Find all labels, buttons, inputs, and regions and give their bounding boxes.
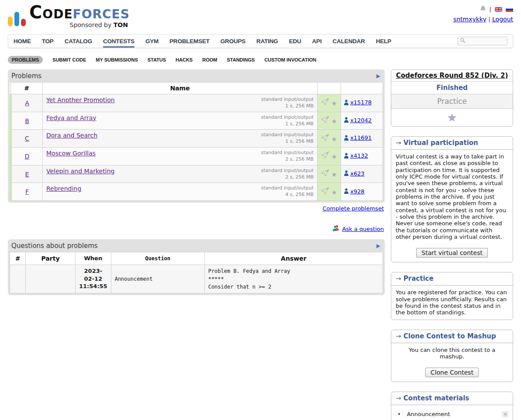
subnav-my-submissions[interactable]: MY SUBMISSIONS (96, 57, 138, 62)
favorite-star-icon[interactable]: ★ (331, 153, 337, 161)
solved-count-link[interactable]: x4132 (344, 152, 368, 159)
logout-link[interactable]: Logout (492, 16, 513, 23)
submit-plane-icon[interactable] (321, 135, 329, 142)
solved-count-link[interactable]: x928 (344, 188, 365, 195)
problem-row: A standard input/output1 s, 256 MB Yet A… (11, 94, 383, 112)
ask-question-link[interactable]: Ask a question (342, 226, 384, 232)
subnav-problems[interactable]: PROBLEMS (8, 56, 43, 64)
question-answer: Problem B. Fedya and Array ***** Conside… (204, 265, 383, 293)
clone-contest-button[interactable]: Clone Contest (425, 368, 479, 377)
nav-item-help[interactable]: HELP (376, 35, 391, 48)
problems-header-row: # Name (11, 83, 383, 94)
problem-index-link[interactable]: C (25, 135, 29, 142)
favorite-star-icon[interactable]: ★ (331, 117, 337, 125)
practice-title: Practice (404, 275, 434, 282)
question-index (10, 265, 26, 293)
nav-item-calendar[interactable]: CALENDAR (332, 35, 365, 48)
subnav-hacks[interactable]: HACKS (176, 57, 193, 62)
header-separator: | (490, 6, 491, 13)
solved-count-link[interactable]: x12042 (344, 117, 372, 124)
user-separator: | (488, 16, 490, 23)
nav-item-edu[interactable]: EDU (289, 35, 301, 48)
problem-name-link[interactable]: Fedya and Array (46, 114, 97, 121)
material-item: • Announcement × (397, 408, 508, 420)
questions-caption: Questions about problems (11, 242, 98, 250)
logo-word-forces: forces (73, 2, 130, 22)
section-arrow-icon: → (396, 275, 401, 282)
favorite-star-icon[interactable]: ★ (331, 135, 337, 143)
problem-index-link[interactable]: F (25, 188, 29, 195)
nav-item-gym[interactable]: GYM (145, 35, 159, 48)
favorite-star-icon[interactable]: ★ (331, 100, 337, 107)
virtual-text: Virtual contest is a way to take part in… (391, 150, 513, 244)
start-virtual-contest-button[interactable]: Start virtual contest (416, 248, 488, 258)
subnav-custom-invocation[interactable]: CUSTOM INVOCATION (264, 57, 316, 62)
uk-flag-icon[interactable] (495, 7, 502, 12)
col-q-when: When (76, 252, 111, 265)
subnav-status[interactable]: STATUS (148, 57, 166, 62)
ask-question-icon (332, 225, 340, 233)
favorite-star-icon[interactable]: ★ (331, 171, 337, 179)
search-input[interactable] (467, 38, 505, 45)
nav-item-problemset[interactable]: PROBLEMSET (169, 35, 210, 48)
problem-index-link[interactable]: E (25, 171, 29, 178)
problem-name-link[interactable]: Yet Another Promotion (46, 96, 115, 103)
codeforces-logo[interactable]: Codeforces Sponsored by TON (8, 3, 130, 28)
nav-item-api[interactable]: API (312, 35, 322, 48)
logo-bar-red (21, 19, 26, 26)
material-announcement-link[interactable]: Announcement (407, 411, 502, 417)
problem-name-link[interactable]: Velepin and Marketing (46, 168, 114, 175)
contest-favorite-star-icon[interactable]: ★ (447, 111, 457, 124)
problem-name-link[interactable]: Moscow Gorillas (46, 150, 96, 157)
questions-header-row: # Party When Question Answer (10, 252, 383, 265)
person-icon (344, 117, 349, 123)
ru-flag-icon[interactable] (506, 7, 513, 12)
solved-count-link[interactable]: x11691 (344, 134, 372, 141)
collapse-arrow-icon[interactable]: ▶ (376, 243, 380, 249)
problem-limits: standard input/output4 s, 256 MB (261, 185, 314, 198)
problem-index-link[interactable]: D (25, 153, 30, 160)
person-icon (344, 153, 349, 159)
contest-title-link[interactable]: Codeforces Round 852 (Div. 2) (396, 72, 508, 79)
username-link[interactable]: sntmxykky (453, 16, 486, 23)
bell-icon[interactable] (480, 5, 486, 14)
problem-index-link[interactable]: B (25, 117, 29, 124)
person-icon (344, 188, 349, 194)
col-q-party: Party (26, 252, 76, 265)
submit-plane-icon[interactable] (321, 189, 329, 196)
close-icon[interactable]: × (502, 411, 508, 417)
question-party (26, 265, 76, 293)
favorite-star-icon[interactable]: ★ (331, 189, 337, 196)
subnav-standings[interactable]: STANDINGS (227, 57, 255, 62)
submit-plane-icon[interactable] (321, 100, 329, 107)
nav-item-contests[interactable]: CONTESTS (103, 35, 135, 48)
subnav-submit-code[interactable]: SUBMIT CODE (52, 57, 86, 62)
problem-name-link[interactable]: Rebrending (46, 185, 81, 192)
logo-word-code: Code (29, 2, 73, 22)
submit-plane-icon[interactable] (321, 117, 329, 124)
collapse-arrow-icon[interactable]: ▶ (376, 73, 380, 79)
person-icon (344, 170, 349, 176)
problem-name-link[interactable]: Dora and Search (46, 132, 97, 139)
clone-title: Clone Contest to Mashup (404, 332, 496, 340)
solved-count-link[interactable]: x15178 (344, 99, 372, 106)
sponsor-ton: TON (114, 21, 128, 28)
problem-index-link[interactable]: A (25, 100, 29, 107)
section-arrow-icon: → (396, 332, 401, 340)
nav-item-groups[interactable]: GROUPS (221, 35, 245, 48)
submit-plane-icon[interactable] (321, 153, 329, 160)
nav-item-top[interactable]: TOP (42, 35, 54, 48)
col-name: Name (43, 83, 317, 94)
submit-plane-icon[interactable] (321, 171, 329, 178)
subnav-room[interactable]: ROOM (202, 57, 217, 62)
nav-item-home[interactable]: HOME (14, 35, 31, 48)
logo-text: Codeforces Sponsored by TON (29, 3, 130, 28)
nav-item-rating[interactable]: RATING (256, 35, 278, 48)
nav-item-catalog[interactable]: CATALOG (65, 35, 92, 48)
search-box[interactable] (458, 37, 507, 45)
solved-count-link[interactable]: x623 (344, 170, 365, 177)
problem-row: E standard input/output2 s, 256 MB Velep… (11, 165, 383, 183)
complete-problemset-link[interactable]: Complete problemset (323, 205, 384, 212)
logo-bar-blue (14, 12, 19, 26)
col-solved (341, 83, 383, 94)
